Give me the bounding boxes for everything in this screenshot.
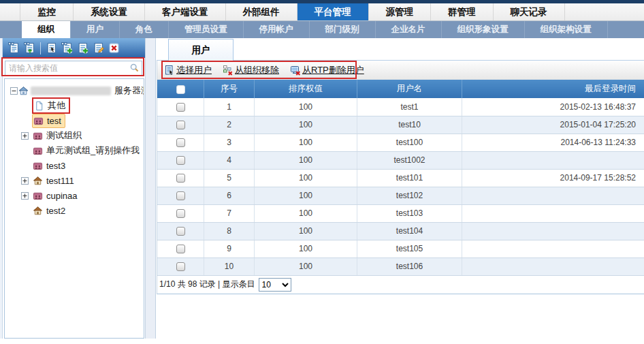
delete-dept-icon[interactable] (107, 41, 121, 55)
expander-plus-icon[interactable] (21, 192, 32, 200)
menu-item[interactable]: 客户端设置 (145, 3, 226, 20)
expander-plus-icon[interactable] (21, 132, 32, 140)
subnav-item[interactable]: 组织形象设置 (442, 21, 525, 38)
menu-item[interactable]: 源管理 (369, 3, 432, 20)
cell-last_login (462, 240, 644, 257)
delete-from-rtp-button[interactable]: 从RTP删除用户 (290, 64, 364, 76)
tree-item[interactable]: 服务器测试用. (5, 83, 144, 98)
subnav-item[interactable]: 管理员设置 (169, 21, 244, 38)
menu-item[interactable]: 系统设置 (74, 3, 145, 20)
row-checkbox-cell (157, 134, 204, 151)
tree-node-content: cupinaa (32, 189, 81, 202)
group-icon (33, 191, 43, 201)
cell-last_login (462, 204, 644, 222)
tree-item[interactable]: cupinaa (5, 188, 144, 203)
group-icon (33, 131, 43, 141)
subnav-item[interactable]: 停用帐户 (244, 21, 310, 38)
add-subdept-icon[interactable] (76, 41, 90, 55)
header-checkbox-cell (157, 80, 204, 98)
select-dept-icon[interactable] (44, 41, 59, 55)
cell-no: 9 (204, 240, 255, 257)
row-checkbox[interactable] (176, 103, 185, 112)
tree-item[interactable]: 测试组织 (5, 128, 144, 143)
menu-item[interactable]: 平台管理 (297, 3, 369, 20)
row-checkbox[interactable] (176, 262, 185, 271)
subnav-item[interactable]: 部门级别 (310, 21, 376, 38)
annotation-box-tree-node: 其他 (32, 97, 70, 114)
column-header: 最后登录时间 (462, 80, 644, 98)
cell-last_login (462, 151, 644, 169)
subnav-item[interactable]: 用户 (71, 21, 120, 38)
tree-item[interactable]: test3 (5, 158, 144, 173)
group-icon (33, 161, 43, 171)
tree-item-label: test2 (45, 205, 67, 217)
tree-item[interactable]: 单元测试组_请别操作我 (5, 143, 144, 158)
table-row: 2100test102015-01-04 17:25:20 (157, 116, 644, 134)
select-user-button[interactable]: 选择用户 (164, 64, 212, 76)
row-checkbox-cell (157, 116, 204, 134)
tab-users[interactable]: 用户 (168, 39, 234, 61)
cell-no: 3 (204, 134, 255, 151)
row-checkbox-cell (157, 98, 204, 116)
expander-plus-icon[interactable] (21, 177, 32, 185)
tree-node-content: 单元测试组_请别操作我 (32, 143, 143, 158)
cell-username: test1 (357, 98, 462, 116)
expander-minus-icon[interactable] (10, 87, 18, 95)
tab-strip: 用户 (157, 38, 644, 61)
search-input[interactable] (5, 61, 142, 76)
add-dept-icon[interactable] (60, 41, 74, 55)
pagination-summary: 1/10 共 98 记录 | 显示条目 (159, 279, 255, 290)
tree-item[interactable]: test (5, 113, 144, 128)
edit-dept-icon[interactable] (91, 41, 106, 55)
menu-item[interactable]: 监控 (20, 3, 74, 20)
cell-no: 10 (204, 257, 255, 275)
cell-username: test106 (357, 257, 462, 275)
row-checkbox[interactable] (176, 156, 185, 165)
menu-item[interactable]: 外部组件 (226, 3, 297, 20)
tree-item[interactable]: test2 (5, 203, 144, 218)
toolbar-separator (40, 42, 41, 54)
row-checkbox-cell (157, 169, 204, 187)
tree-item-label: 服务器测试用. (113, 84, 144, 97)
row-checkbox[interactable] (176, 174, 185, 183)
row-checkbox[interactable] (176, 121, 185, 129)
cell-last_login: 2015-02-13 16:48:37 (462, 98, 644, 116)
table-row: 4100test1002 (157, 151, 644, 169)
search-icon[interactable] (129, 63, 140, 73)
left-edge-strip (0, 38, 3, 339)
expand-tree-icon[interactable] (7, 41, 21, 55)
row-checkbox[interactable] (176, 191, 185, 200)
row-checkbox[interactable] (176, 245, 185, 253)
subnav-item[interactable]: 组织架构设置 (525, 21, 608, 38)
cell-weight: 100 (255, 240, 357, 257)
cell-weight: 100 (255, 187, 357, 204)
table-row: 3100test1002014-06-13 11:24:33 (157, 134, 644, 151)
select-user-icon (164, 65, 175, 76)
select-user-button-label: 选择用户 (176, 64, 212, 76)
column-header: 排序权值 (255, 80, 357, 98)
page-size-select[interactable]: 10 (259, 278, 291, 292)
menu-item[interactable]: 群管理 (431, 3, 494, 20)
select-all-checkbox[interactable] (176, 85, 185, 94)
tree-item[interactable]: 其他 (5, 98, 144, 113)
table-row: 8100test104 (157, 222, 644, 240)
subnav-item[interactable]: 角色 (120, 21, 169, 38)
row-checkbox-cell (157, 240, 204, 257)
menu-item[interactable]: 聊天记录 (494, 3, 565, 20)
row-checkbox[interactable] (176, 209, 185, 218)
redacted-text (31, 87, 111, 95)
tree-item[interactable]: test111 (5, 173, 144, 188)
locate-node-icon[interactable] (22, 41, 37, 55)
row-checkbox[interactable] (176, 138, 185, 147)
cell-weight: 100 (255, 257, 357, 275)
tree-item-label: 测试组织 (45, 129, 83, 142)
tree-node-content: test (32, 114, 65, 128)
tree-node-content: test2 (32, 204, 69, 217)
cell-username: test105 (357, 240, 462, 257)
house-icon (33, 206, 43, 216)
subnav-item[interactable]: 组织 (22, 21, 71, 38)
panel-splitter[interactable] (145, 38, 156, 339)
row-checkbox[interactable] (176, 227, 185, 236)
remove-from-org-button[interactable]: 从组织移除 (223, 64, 279, 76)
subnav-item[interactable]: 企业名片 (376, 21, 442, 38)
